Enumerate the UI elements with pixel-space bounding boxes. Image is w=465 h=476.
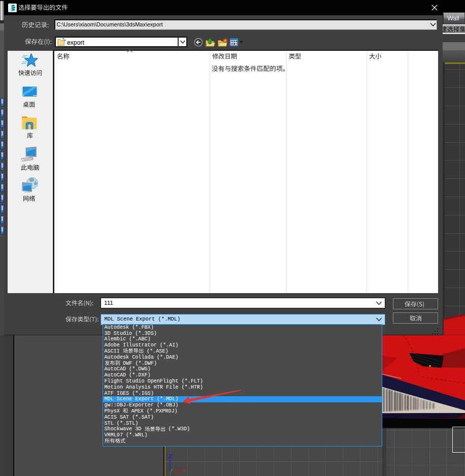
svg-text:Z: Z — [169, 454, 172, 459]
svg-text:X: X — [183, 467, 186, 472]
